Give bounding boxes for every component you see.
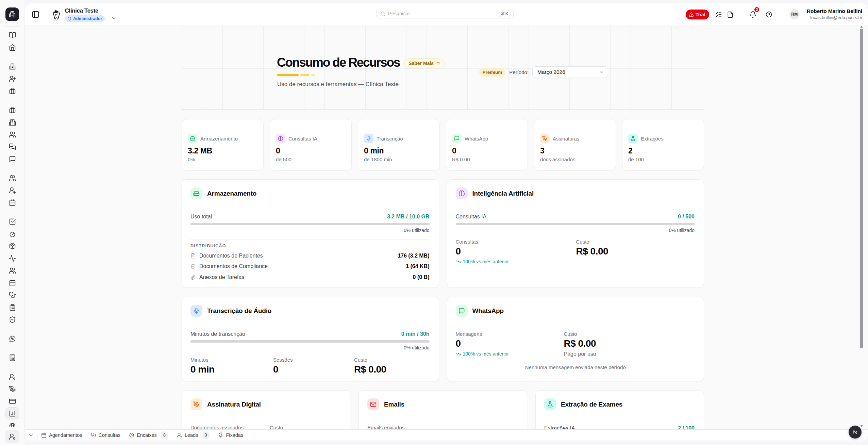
transcription-col-custo: Custo R$ 0.00 xyxy=(354,357,430,375)
rail-item-whatsapp[interactable] xyxy=(5,332,19,345)
clock-icon xyxy=(129,432,134,438)
ai-usage-label: Consultas IA xyxy=(456,214,487,220)
exams-card-title: Extração de Exames xyxy=(561,401,622,408)
tab-label: Agendamentos xyxy=(49,432,82,438)
kpi-label: Sessões xyxy=(273,357,354,363)
rail-item-calculator[interactable] xyxy=(5,351,19,364)
search-input[interactable]: Pesquisar... K xyxy=(376,9,514,18)
distribution-title: DISTRIBUIÇÃO xyxy=(190,244,226,248)
user-cog-icon xyxy=(9,433,16,440)
distribution-row: Anexos de Tarefas 0 (0 B) xyxy=(190,272,430,283)
distribution-value: 0 (0 B) xyxy=(413,274,430,280)
users-icon xyxy=(9,267,16,274)
rail-item-calendar[interactable] xyxy=(5,277,19,289)
credit-card-icon xyxy=(9,398,16,405)
rail-item-book-open[interactable] xyxy=(5,29,19,41)
tabbar-divider xyxy=(248,430,248,441)
rail-item-user-round-plus[interactable] xyxy=(5,184,19,196)
help-button[interactable] xyxy=(765,11,772,18)
rail-item-messages-square[interactable] xyxy=(5,141,19,153)
clinic-switcher[interactable]: Clínica Teste Administrador xyxy=(65,7,105,22)
user-info[interactable]: Roberto Marino Bellini lucas.bellini@edu… xyxy=(807,8,862,20)
rail-item-pen-tool[interactable] xyxy=(5,383,19,395)
rail-item-briefcase[interactable] xyxy=(5,104,19,116)
sidebar-toggle-button[interactable] xyxy=(31,10,39,18)
message-square-icon xyxy=(9,155,16,163)
rail-item-bar-chart[interactable] xyxy=(5,407,19,419)
rail-item-home[interactable] xyxy=(5,41,19,53)
storage-usage-label: Uso total xyxy=(190,214,212,220)
scrollbar-thumb[interactable] xyxy=(860,29,863,348)
top-header: Clínica Teste Administrador Pesquisar...… xyxy=(25,3,868,26)
tabbar-collapse-button[interactable] xyxy=(25,430,37,441)
clinic-building-icon xyxy=(9,11,16,18)
whatsapp-card-title: WhatsApp xyxy=(472,307,504,315)
search-icon xyxy=(380,11,385,16)
rail-item-package[interactable] xyxy=(5,240,19,252)
tab-leads[interactable]: Leads3 xyxy=(173,430,214,441)
signature-card: Assinatura Digital Documentos assinados … xyxy=(182,390,350,430)
distribution-rows: Documentos de Pacientes 176 (3.2 MB) Doc… xyxy=(190,250,430,283)
app-logo[interactable] xyxy=(5,7,19,21)
rail-item-user-plus[interactable] xyxy=(5,72,19,85)
rail-item-shield-check[interactable] xyxy=(5,313,19,326)
transcription-usage-label: Minutos de transcrição xyxy=(190,331,245,337)
emails-card: Emails Emails enviados xyxy=(358,390,527,430)
rail-item-globe[interactable] xyxy=(5,419,19,427)
scrollbar-down-arrow[interactable] xyxy=(860,425,863,427)
stat-value: 3 xyxy=(540,146,611,155)
distribution-row: Documentos de Compliance 1 (64 KB) xyxy=(190,261,430,272)
user-avatar[interactable]: RM xyxy=(789,9,800,19)
rail-item-square-check[interactable] xyxy=(5,215,19,228)
rail-item-clipboard-list[interactable] xyxy=(5,301,19,313)
pen-tool-icon xyxy=(540,134,550,143)
tab-consultas[interactable]: Consultas xyxy=(87,430,125,441)
stethoscope-icon xyxy=(91,432,96,438)
ai-usage-value: 0 / 500 xyxy=(678,214,695,220)
activity-icon xyxy=(9,255,16,262)
tasks-button[interactable] xyxy=(715,11,722,18)
tab-label: Encaixes xyxy=(137,432,157,438)
rail-item-users[interactable] xyxy=(5,172,19,184)
rail-item-users[interactable] xyxy=(5,128,19,141)
main-panel: Clínica Teste Administrador Pesquisar...… xyxy=(24,3,868,441)
globe-icon xyxy=(9,422,16,427)
rail-item-activity[interactable] xyxy=(5,252,19,264)
stat-label: Extrações xyxy=(641,136,664,142)
shield-check-icon xyxy=(190,264,196,269)
book-open-icon xyxy=(9,32,16,39)
chevron-down-icon[interactable] xyxy=(111,15,117,21)
rail-item-settings[interactable] xyxy=(5,430,19,443)
tab-count-badge: 3 xyxy=(202,431,210,439)
documents-button[interactable] xyxy=(727,11,734,18)
rail-item-credit-card[interactable] xyxy=(5,395,19,407)
rail-item-user-round-cog[interactable] xyxy=(5,370,19,383)
whatsapp-cost-label: Custo xyxy=(564,331,695,337)
stat-sub: de 100 xyxy=(628,156,699,162)
trial-badge[interactable]: Trial xyxy=(686,10,709,19)
stat-card-assinaturas: Assinaturas 3 docs assinados xyxy=(534,119,616,170)
rail-item-clinic-building[interactable] xyxy=(5,60,19,72)
rail-item-calendar[interactable] xyxy=(5,196,19,209)
scrollbar-up-arrow[interactable] xyxy=(860,26,863,28)
exams-card: Extração de Exames Extrações IA 2 / 100 xyxy=(535,390,704,430)
tab-fixadas[interactable]: Fixadas xyxy=(214,430,248,441)
tab-encaixes[interactable]: Encaixes8 xyxy=(125,430,173,441)
rail-item-timer[interactable] xyxy=(5,228,19,240)
rail-item-briefcase[interactable] xyxy=(5,85,19,97)
trending-down-icon xyxy=(456,351,461,357)
stat-value: 2 xyxy=(628,146,699,155)
rail-item-message-square[interactable] xyxy=(5,153,19,165)
transcription-card: Transcrição de Áudio Minutos de transcri… xyxy=(182,297,439,381)
kpi-value: 0 min xyxy=(190,364,273,375)
content-scroll-area[interactable]: Consumo de Recursos Saber Mais Uso de re… xyxy=(25,26,868,430)
rail-item-building-2[interactable] xyxy=(5,116,19,128)
tab-agendamentos[interactable]: Agendamentos xyxy=(37,430,87,441)
briefcase-icon xyxy=(9,106,16,114)
rail-item-stethoscope[interactable] xyxy=(5,289,19,301)
rail-item-users[interactable] xyxy=(5,264,19,277)
distribution-value: 1 (64 KB) xyxy=(406,263,429,269)
assistant-fab-button[interactable] xyxy=(849,426,862,439)
clipboard-list-icon xyxy=(9,304,16,311)
clinic-name: Clínica Teste xyxy=(65,7,105,14)
